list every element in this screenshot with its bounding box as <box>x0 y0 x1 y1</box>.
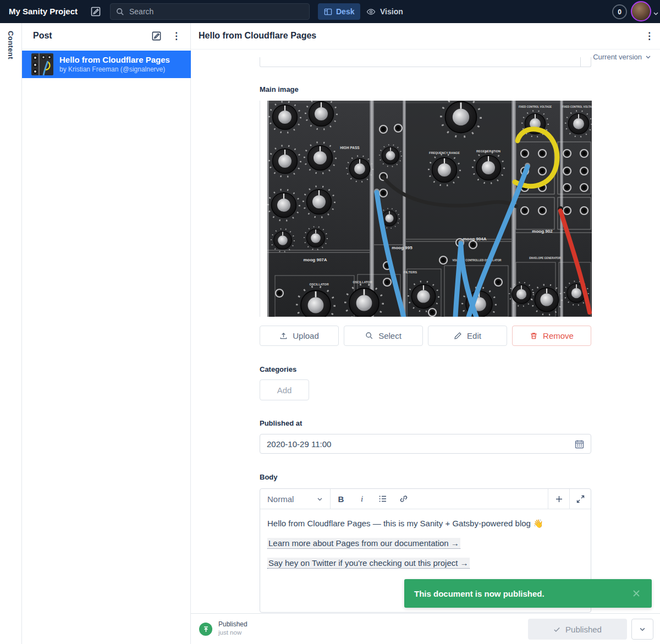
project-title: My Sanity Project <box>9 7 78 16</box>
new-document-icon[interactable] <box>90 6 101 17</box>
remove-button[interactable]: Remove <box>512 326 591 346</box>
trash-icon <box>530 332 538 340</box>
post-thumbnail <box>31 53 53 75</box>
document-title: Hello from Cloudflare Pages <box>199 31 316 41</box>
user-menu-chevron-icon[interactable] <box>653 9 659 15</box>
document-header: Hello from Cloudflare Pages ⋮ <box>191 23 660 49</box>
calendar-icon[interactable] <box>575 439 584 449</box>
check-icon <box>553 626 560 633</box>
pane-title: Post <box>33 31 52 41</box>
post-pane-header: Post ⋮ <box>22 23 190 49</box>
document-menu-icon[interactable]: ⋮ <box>645 30 652 42</box>
style-dropdown[interactable]: Normal <box>260 489 331 509</box>
main-image-label: Main image <box>260 85 299 93</box>
post-list-pane: Post ⋮ Hello from Cloudflare Pages by Kr… <box>22 23 191 644</box>
publish-button[interactable]: Published <box>528 619 627 640</box>
tab-desk-label: Desk <box>336 7 354 16</box>
edit-button[interactable]: Edit <box>428 326 507 346</box>
body-content[interactable]: Hello from Cloudflare Pages — this is my… <box>260 509 591 584</box>
chevron-down-icon <box>639 626 646 632</box>
svg-text:moog 902: moog 902 <box>532 229 553 234</box>
search-bar[interactable] <box>110 3 310 20</box>
toast-close-icon[interactable] <box>631 588 642 599</box>
document-pane: Hello from Cloudflare Pages ⋮ Current ve… <box>191 23 660 644</box>
publish-button-label: Published <box>565 625 602 634</box>
toast-message: This document is now published. <box>414 589 631 598</box>
published-at-input[interactable] <box>267 439 575 449</box>
list-item-post[interactable]: Hello from Cloudflare Pages by Kristian … <box>22 51 191 78</box>
publish-status-text: Published <box>218 620 248 628</box>
expand-editor-button[interactable] <box>569 489 591 509</box>
chevron-down-icon <box>645 54 651 60</box>
tab-desk[interactable]: Desk <box>318 3 360 20</box>
body-paragraph: Learn more about Pages from our document… <box>267 537 584 550</box>
tab-vision[interactable]: Vision <box>366 3 403 20</box>
add-category-button[interactable]: Add <box>260 379 309 400</box>
select-label: Select <box>378 331 402 340</box>
avatar[interactable] <box>631 1 651 21</box>
body-paragraph-text: Hello from Cloudflare Pages — this is my… <box>267 519 533 528</box>
search-input[interactable] <box>129 7 294 16</box>
tab-vision-label: Vision <box>380 7 403 16</box>
link-button[interactable] <box>393 489 414 509</box>
docs-link[interactable]: Learn more about Pages from our document… <box>267 538 460 549</box>
create-post-icon[interactable] <box>151 31 162 41</box>
post-item-subtitle: by Kristian Freeman (@signalnerve) <box>59 65 165 73</box>
svg-text:FIXED CONTROL VOLTAGE: FIXED CONTROL VOLTAGE <box>562 106 592 108</box>
tasks-count-badge[interactable]: 0 <box>612 4 627 19</box>
search-icon <box>116 8 124 16</box>
body-paragraph: Hello from Cloudflare Pages — this is my… <box>267 517 584 530</box>
svg-text:FILTERS: FILTERS <box>404 271 417 274</box>
svg-text:OSCILLATOR: OSCILLATOR <box>309 283 328 286</box>
bullet-list-button[interactable] <box>372 489 393 509</box>
published-at-field[interactable] <box>260 434 591 454</box>
synthesizer-photo: HIGH PASS FREQUENCY RANGE REGENERATION F… <box>267 101 592 317</box>
edit-label: Edit <box>467 331 481 340</box>
svg-text:OSCILLATOR: OSCILLATOR <box>353 280 372 284</box>
upload-button[interactable]: Upload <box>260 326 339 346</box>
svg-text:FIXED CONTROL VOLTAGE: FIXED CONTROL VOLTAGE <box>519 106 552 108</box>
svg-text:HIGH PASS: HIGH PASS <box>340 146 360 150</box>
published-status-icon <box>199 623 212 636</box>
version-label: Current version <box>593 53 642 61</box>
publish-toast: This document is now published. <box>404 579 652 608</box>
body-label: Body <box>260 473 278 481</box>
desk-panes-icon <box>324 8 332 16</box>
svg-text:REGENERATION: REGENERATION <box>476 150 501 153</box>
twitter-link[interactable]: Say hey on Twitter if you're checking ou… <box>267 558 470 569</box>
top-bar: My Sanity Project Desk Vision 0 <box>0 0 660 23</box>
link-icon <box>399 494 408 503</box>
slug-field-partial[interactable] <box>260 57 591 67</box>
image-actions: Upload Select Edit Remove <box>260 326 591 346</box>
svg-text:moog 907A: moog 907A <box>303 257 327 262</box>
version-selector[interactable]: Current version <box>593 51 651 63</box>
remove-label: Remove <box>543 331 574 340</box>
content-rail: Content <box>0 23 22 644</box>
main-image-preview: HIGH PASS FREQUENCY RANGE REGENERATION F… <box>260 101 591 317</box>
bullet-list-icon <box>378 494 387 503</box>
svg-text:moog 904A: moog 904A <box>463 236 486 241</box>
categories-label: Categories <box>260 365 296 373</box>
publish-time-text: just now <box>218 629 241 636</box>
document-footer: Published just now Published <box>191 613 660 644</box>
body-paragraph: Say hey on Twitter if you're checking ou… <box>267 557 584 570</box>
expand-icon <box>576 495 585 503</box>
chevron-down-icon <box>317 496 323 502</box>
eye-icon <box>366 7 376 16</box>
published-at-label: Published at <box>260 419 302 427</box>
content-rail-label[interactable]: Content <box>7 23 15 59</box>
upload-label: Upload <box>293 331 319 340</box>
pane-menu-icon[interactable]: ⋮ <box>172 30 179 42</box>
svg-text:moog 995: moog 995 <box>392 245 413 250</box>
bold-button[interactable]: B <box>331 489 351 509</box>
wave-emoji: 👋 <box>533 519 543 528</box>
svg-text:FREQUENCY RANGE: FREQUENCY RANGE <box>429 151 460 155</box>
pencil-icon <box>454 332 462 340</box>
upload-icon <box>279 332 288 340</box>
post-item-title: Hello from Cloudflare Pages <box>59 55 170 64</box>
publish-menu-button[interactable] <box>631 619 653 640</box>
search-icon <box>365 332 373 340</box>
italic-button[interactable]: i <box>351 489 372 509</box>
insert-block-button[interactable] <box>548 489 569 509</box>
select-button[interactable]: Select <box>344 326 423 346</box>
